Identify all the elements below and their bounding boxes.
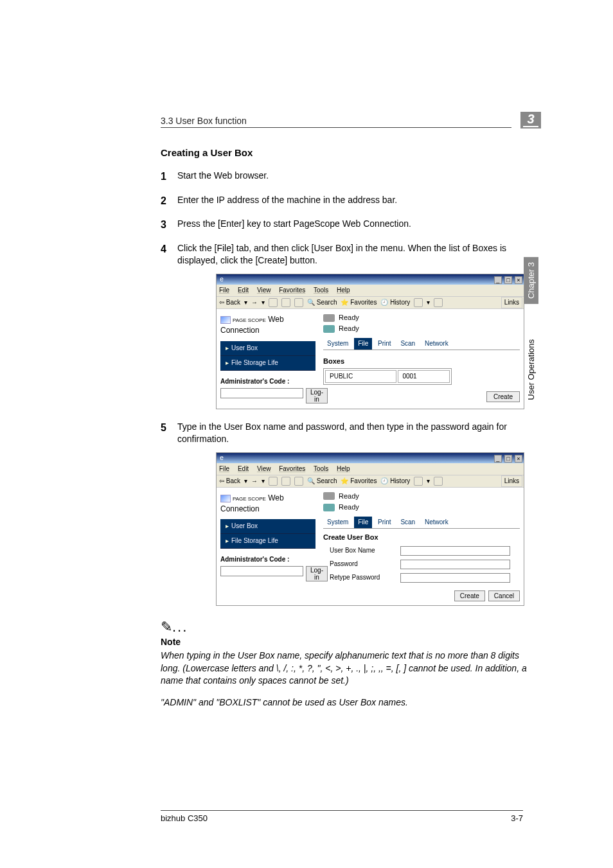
favorites-button[interactable]: ⭐ Favorites <box>341 477 377 486</box>
step-num-1: 1 <box>161 170 166 184</box>
label-retype: Retype Password <box>323 573 400 582</box>
refresh-icon[interactable] <box>281 298 290 307</box>
admin-code-label: Administrator's Code : <box>220 377 315 386</box>
sidebar-item-userbox[interactable]: ▸User Box <box>220 341 315 356</box>
search-button[interactable]: 🔍 Search <box>307 298 337 307</box>
menu-tools[interactable]: Tools <box>314 287 328 294</box>
step-num-2: 2 <box>161 194 166 208</box>
printer-status: Ready <box>323 313 520 323</box>
menu-view[interactable]: View <box>257 465 271 472</box>
menu-file[interactable]: File <box>219 465 229 472</box>
tab-scan[interactable]: Scan <box>396 517 419 528</box>
tabs: System File Print Scan Network <box>323 338 520 350</box>
history-button[interactable]: 🕘 History <box>380 477 410 486</box>
create-submit-button[interactable]: Create <box>454 590 485 601</box>
ie-menubar-2: File Edit View Favorites Tools Help <box>217 463 524 475</box>
step-num-3: 3 <box>161 218 166 232</box>
menu-help[interactable]: Help <box>337 465 350 472</box>
maximize-icon[interactable]: □ <box>504 276 512 284</box>
home-icon[interactable] <box>294 477 303 486</box>
menu-view[interactable]: View <box>257 287 271 294</box>
mail-icon[interactable] <box>414 298 423 307</box>
close-icon[interactable]: × <box>515 276 522 284</box>
scanner-icon <box>323 325 335 333</box>
create-button[interactable]: Create <box>486 391 520 402</box>
scanner-icon <box>323 504 335 511</box>
back-button[interactable]: ⇦ Back <box>219 477 240 486</box>
history-button[interactable]: 🕘 History <box>380 298 410 307</box>
side-nav: ▸User Box ▸File Storage Life <box>220 341 315 371</box>
maximize-icon[interactable]: □ <box>504 455 512 463</box>
tab-network[interactable]: Network <box>421 517 452 528</box>
links-label[interactable]: Links <box>501 297 522 308</box>
stop-icon[interactable] <box>269 298 278 307</box>
input-retype[interactable] <box>400 573 510 583</box>
favorites-button[interactable]: ⭐ Favorites <box>341 298 377 307</box>
menu-favorites[interactable]: Favorites <box>279 287 305 294</box>
sidebar-item-storage[interactable]: ▸File Storage Life <box>220 356 315 371</box>
note-body-1: When typing in the User Box name, specif… <box>161 650 529 687</box>
search-button[interactable]: 🔍 Search <box>307 477 337 486</box>
chapter-badge: 3 <box>520 112 541 128</box>
refresh-icon[interactable] <box>281 477 290 486</box>
create-form-heading: Create User Box <box>323 533 520 542</box>
forward-button[interactable]: → <box>251 477 258 486</box>
step-text-5: Type in the User Box name and password, … <box>177 421 507 445</box>
step-4: 4 Click the [File] tab, and then click [… <box>161 242 529 409</box>
pagescope-icon <box>220 495 231 502</box>
scanner-status: Ready <box>323 502 520 512</box>
admin-code-input[interactable] <box>220 566 303 576</box>
admin-code-input[interactable] <box>220 388 303 398</box>
tab-scan[interactable]: Scan <box>396 338 419 350</box>
step-3: 3 Press the [Enter] key to start PageSco… <box>161 218 529 231</box>
printer-status: Ready <box>323 492 520 501</box>
menu-edit[interactable]: Edit <box>238 465 249 472</box>
menu-edit[interactable]: Edit <box>238 287 249 294</box>
subheading: Creating a User Box <box>161 147 529 158</box>
minimize-icon[interactable]: _ <box>494 276 502 284</box>
menu-tools[interactable]: Tools <box>314 465 328 472</box>
minimize-icon[interactable]: _ <box>494 455 502 463</box>
links-label[interactable]: Links <box>501 475 522 487</box>
tab-system[interactable]: System <box>323 338 352 350</box>
menu-file[interactable]: File <box>219 287 229 294</box>
field-userbox-name: User Box Name <box>323 546 520 556</box>
home-icon[interactable] <box>294 298 303 307</box>
print-icon[interactable] <box>434 477 443 486</box>
step-text-4: Click the [File] tab, and then click [Us… <box>177 243 506 266</box>
step-2: 2 Enter the IP address of the machine in… <box>161 194 529 207</box>
menu-favorites[interactable]: Favorites <box>279 465 305 472</box>
menu-help[interactable]: Help <box>337 287 350 294</box>
sidebar-item-storage[interactable]: ▸File Storage Life <box>220 534 315 549</box>
mail-icon[interactable] <box>414 477 423 486</box>
ie-icon: e <box>217 275 226 284</box>
brand: PAGE SCOPE Web Connection <box>220 314 315 336</box>
window-controls-2: _ □ × <box>493 454 522 463</box>
field-password: Password <box>323 560 520 569</box>
close-icon[interactable]: × <box>515 455 522 463</box>
step-5: 5 Type in the User Box name and password… <box>161 421 529 606</box>
input-password[interactable] <box>400 560 510 569</box>
tab-print[interactable]: Print <box>374 517 395 528</box>
field-retype: Retype Password <box>323 573 520 583</box>
box-name-cell[interactable]: PUBLIC <box>325 370 396 383</box>
cancel-button[interactable]: Cancel <box>488 590 520 601</box>
note-heading: Note <box>161 637 529 647</box>
stop-icon[interactable] <box>269 477 278 486</box>
tab-file[interactable]: File <box>354 517 372 528</box>
tab-system[interactable]: System <box>323 517 352 528</box>
window-controls: _ □ × <box>493 275 522 285</box>
admin-code-label: Administrator's Code : <box>220 555 315 564</box>
tab-network[interactable]: Network <box>421 338 452 350</box>
sidebar-item-userbox[interactable]: ▸User Box <box>220 519 315 534</box>
boxes-heading: Boxes <box>323 357 520 366</box>
back-button[interactable]: ⇦ Back <box>219 298 240 307</box>
tab-print[interactable]: Print <box>374 338 395 350</box>
tab-file[interactable]: File <box>354 338 372 350</box>
input-userbox-name[interactable] <box>400 546 510 556</box>
forward-button[interactable]: → <box>251 298 258 307</box>
step-num-5: 5 <box>161 421 166 435</box>
label-userbox-name: User Box Name <box>323 546 400 555</box>
step-1: 1 Start the Web browser. <box>161 170 529 182</box>
print-icon[interactable] <box>434 298 443 307</box>
